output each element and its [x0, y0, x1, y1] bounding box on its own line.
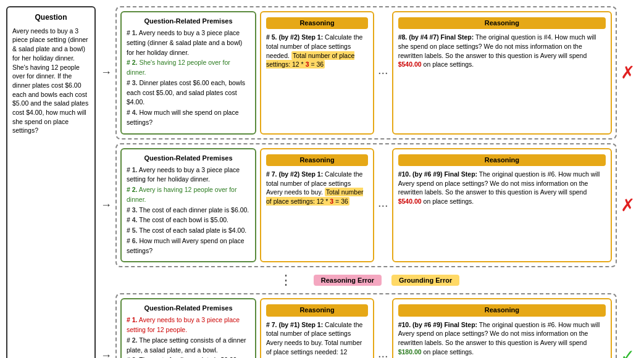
result-icon-1: ✗ [621, 6, 638, 139]
dots-3: ··· [378, 298, 388, 358]
premise-1-3: # 3. Dinner plates cost $6.00 each, bowl… [127, 78, 250, 107]
reasoning-box-2a: Reasoning # 7. (by #2) Step 1: Calculate… [260, 148, 374, 263]
premise-3-3: # 3. The cost of a dinner plate is $6.00… [127, 356, 250, 358]
final-reasoning-box-1: Reasoning #8. (by #4 #7) Final Step: The… [392, 11, 612, 135]
premise-2-3: # 3. The cost of each dinner plate is $6… [127, 206, 250, 215]
dashed-group-1: Question-Related Premises # 1. Avery nee… [115, 6, 617, 139]
question-box: Question Avery needs to buy a 3 piece pl… [6, 6, 96, 358]
reasoning-title-2a: Reasoning [266, 154, 368, 166]
premise-1-4: # 4. How much will she spend on place se… [127, 108, 250, 128]
premises-title-1: Question-Related Premises [127, 17, 250, 25]
premise-2-6: # 6. How much will Avery spend on place … [127, 236, 250, 256]
arrow-1: → [101, 6, 112, 139]
reasoning-content-2a: # 7. (by #2) Step 1: Calculate the total… [266, 170, 368, 206]
premise-2-4: # 4. The cost of each bowl is $5.00. [127, 215, 250, 225]
red-x-1: ✗ [621, 62, 635, 83]
main-layout: Question Avery needs to buy a 3 piece pl… [6, 6, 638, 358]
premises-box-1: Question-Related Premises # 1. Avery nee… [120, 11, 256, 135]
premises-box-2: Question-Related Premises # 1. Avery nee… [120, 148, 256, 263]
final-reasoning-box-3: Reasoning #10. (by #6 #9) Final Step: Th… [392, 298, 612, 358]
row-3: → Question-Related Premises # 1. Avery n… [101, 293, 638, 358]
dots-2: ··· [378, 148, 388, 263]
premise-3-2: # 2. The place setting consists of a din… [127, 336, 250, 356]
result-icon-3: ✓ [621, 293, 638, 358]
result-icon-2: ✗ [621, 143, 638, 268]
premise-3-1: # 1. Avery needs to buy a 3 piece place … [127, 315, 250, 335]
middle-labels: ⋮ Reasoning Error Grounding Error [101, 271, 638, 289]
final-reasoning-title-1: Reasoning [398, 17, 606, 29]
premise-1-2: # 2. She's having 12 people over for din… [127, 58, 250, 78]
rows-container: → Question-Related Premises # 1. Avery n… [101, 6, 638, 358]
red-x-2: ✗ [621, 195, 635, 215]
reasoning-title-3a: Reasoning [266, 304, 368, 316]
premise-2-1: # 1. Avery needs to buy a 3 piece place … [127, 165, 250, 185]
reasoning-title-1a: Reasoning [266, 17, 368, 29]
final-reasoning-title-2: Reasoning [398, 154, 606, 166]
reasoning-content-3a: # 7. (by #1) Step 1: Calculate the total… [266, 320, 368, 357]
dots-1: ··· [378, 11, 388, 135]
final-reasoning-content-2: #10. (by #6 #9) Final Step: The original… [398, 170, 606, 206]
premise-1-1: # 1. Avery needs to buy a 3 piece place … [127, 28, 250, 57]
premise-2-5: # 5. The cost of each salad plate is $4.… [127, 226, 250, 236]
dashed-group-2: Question-Related Premises # 1. Avery nee… [115, 143, 617, 268]
premises-box-3: Question-Related Premises # 1. Avery nee… [120, 298, 256, 358]
premises-title-2: Question-Related Premises [127, 154, 250, 162]
arrow-3: → [101, 293, 112, 358]
reasoning-content-1a: # 5. (by #2) Step 1: Calculate the total… [266, 33, 368, 69]
final-reasoning-content-1: #8. (by #4 #7) Final Step: The original … [398, 33, 606, 69]
premise-2-2: # 2. Avery is having 12 people over for … [127, 185, 250, 205]
final-reasoning-box-2: Reasoning #10. (by #6 #9) Final Step: Th… [392, 148, 612, 263]
dashed-group-3: Question-Related Premises # 1. Avery nee… [115, 293, 617, 358]
final-reasoning-content-3: #10. (by #6 #9) Final Step: The original… [398, 320, 606, 357]
row-1: → Question-Related Premises # 1. Avery n… [101, 6, 638, 139]
reasoning-box-1a: Reasoning # 5. (by #2) Step 1: Calculate… [260, 11, 374, 135]
premises-title-3: Question-Related Premises [127, 304, 250, 312]
row-2: → Question-Related Premises # 1. Avery n… [101, 143, 638, 268]
grounding-error-badge: Grounding Error [391, 275, 459, 286]
reasoning-error-badge: Reasoning Error [314, 275, 382, 286]
reasoning-box-3a: Reasoning # 7. (by #1) Step 1: Calculate… [260, 298, 374, 358]
arrow-2: → [101, 143, 112, 268]
final-reasoning-title-3: Reasoning [398, 304, 606, 316]
question-label: Question [12, 12, 90, 23]
question-text: Avery needs to buy a 3 piece place setti… [12, 27, 90, 135]
green-check-3: ✓ [621, 346, 635, 358]
